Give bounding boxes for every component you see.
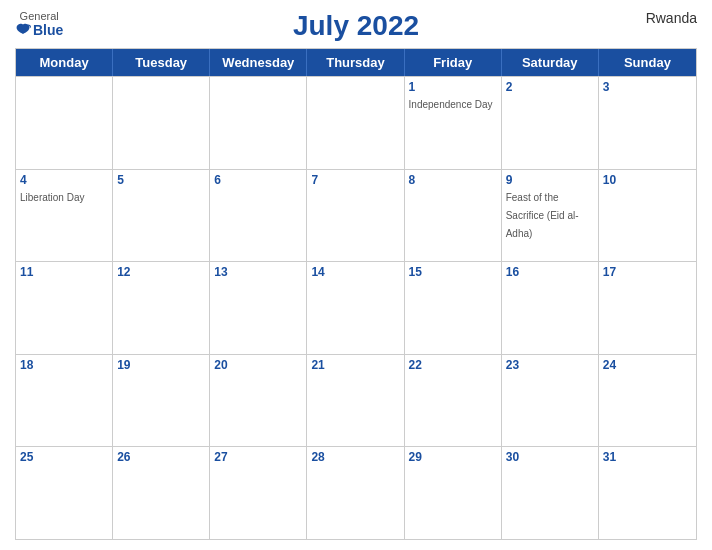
cell-event: Independence Day xyxy=(409,99,493,110)
day-number: 29 xyxy=(409,450,497,464)
day-number: 24 xyxy=(603,358,692,372)
cell-w5-wed: 27 xyxy=(210,447,307,539)
day-number: 15 xyxy=(409,265,497,279)
logo-bird-icon xyxy=(15,22,31,38)
day-number: 12 xyxy=(117,265,205,279)
cell-w2-fri: 8 xyxy=(405,170,502,262)
cell-w4-wed: 20 xyxy=(210,355,307,447)
week-3: 11 12 13 14 15 16 17 xyxy=(16,261,696,354)
header-tuesday: Tuesday xyxy=(113,49,210,76)
cell-w2-tue: 5 xyxy=(113,170,210,262)
week-4: 18 19 20 21 22 23 24 xyxy=(16,354,696,447)
header-sunday: Sunday xyxy=(599,49,696,76)
cell-w1-tue xyxy=(113,77,210,169)
header-saturday: Saturday xyxy=(502,49,599,76)
header-monday: Monday xyxy=(16,49,113,76)
logo-blue-text: Blue xyxy=(33,22,63,38)
week-5: 25 26 27 28 29 30 31 xyxy=(16,446,696,539)
cell-w3-tue: 12 xyxy=(113,262,210,354)
day-number: 22 xyxy=(409,358,497,372)
day-number: 13 xyxy=(214,265,302,279)
cell-w2-sat: 9 Feast of the Sacrifice (Eid al-Adha) xyxy=(502,170,599,262)
header-wednesday: Wednesday xyxy=(210,49,307,76)
day-number: 6 xyxy=(214,173,302,187)
day-number: 26 xyxy=(117,450,205,464)
cell-w4-sun: 24 xyxy=(599,355,696,447)
cell-w4-tue: 19 xyxy=(113,355,210,447)
calendar-header: General Blue July 2022 Rwanda xyxy=(15,10,697,42)
day-number: 11 xyxy=(20,265,108,279)
cell-w4-thu: 21 xyxy=(307,355,404,447)
cell-w4-sat: 23 xyxy=(502,355,599,447)
day-number: 4 xyxy=(20,173,108,187)
cell-w2-wed: 6 xyxy=(210,170,307,262)
day-number: 18 xyxy=(20,358,108,372)
logo-blue-container: Blue xyxy=(15,22,63,38)
cell-w2-sun: 10 xyxy=(599,170,696,262)
cell-w4-fri: 22 xyxy=(405,355,502,447)
cell-w3-thu: 14 xyxy=(307,262,404,354)
cell-w1-wed xyxy=(210,77,307,169)
day-number: 21 xyxy=(311,358,399,372)
day-number: 8 xyxy=(409,173,497,187)
cell-w1-thu xyxy=(307,77,404,169)
cell-w5-thu: 28 xyxy=(307,447,404,539)
day-number: 5 xyxy=(117,173,205,187)
day-number: 14 xyxy=(311,265,399,279)
cell-w1-sun: 3 xyxy=(599,77,696,169)
day-number: 31 xyxy=(603,450,692,464)
day-number: 16 xyxy=(506,265,594,279)
country-label: Rwanda xyxy=(646,10,697,26)
logo-general-text: General xyxy=(20,10,59,22)
cell-event: Feast of the Sacrifice (Eid al-Adha) xyxy=(506,192,579,239)
cell-w3-sat: 16 xyxy=(502,262,599,354)
cell-w5-sat: 30 xyxy=(502,447,599,539)
day-number: 19 xyxy=(117,358,205,372)
cell-w3-mon: 11 xyxy=(16,262,113,354)
day-number: 9 xyxy=(506,173,594,187)
cell-w3-sun: 17 xyxy=(599,262,696,354)
cell-w5-fri: 29 xyxy=(405,447,502,539)
day-number: 25 xyxy=(20,450,108,464)
header-thursday: Thursday xyxy=(307,49,404,76)
week-2: 4 Liberation Day 5 6 7 8 9 Feast of the xyxy=(16,169,696,262)
cell-event: Liberation Day xyxy=(20,192,84,203)
day-number: 23 xyxy=(506,358,594,372)
calendar-weeks: 1 Independence Day 2 3 4 Liberation Day … xyxy=(16,76,696,539)
day-number: 28 xyxy=(311,450,399,464)
week-1: 1 Independence Day 2 3 xyxy=(16,76,696,169)
calendar-page: General Blue July 2022 Rwanda Monday Tue… xyxy=(0,0,712,550)
day-number: 10 xyxy=(603,173,692,187)
cell-w5-mon: 25 xyxy=(16,447,113,539)
cell-w1-fri: 1 Independence Day xyxy=(405,77,502,169)
calendar-grid-container: Monday Tuesday Wednesday Thursday Friday… xyxy=(15,48,697,540)
cell-w1-mon xyxy=(16,77,113,169)
header-friday: Friday xyxy=(405,49,502,76)
day-number: 27 xyxy=(214,450,302,464)
cell-w2-thu: 7 xyxy=(307,170,404,262)
day-number: 30 xyxy=(506,450,594,464)
cell-w5-tue: 26 xyxy=(113,447,210,539)
day-number: 20 xyxy=(214,358,302,372)
cell-w2-mon: 4 Liberation Day xyxy=(16,170,113,262)
cell-w4-mon: 18 xyxy=(16,355,113,447)
cell-w3-wed: 13 xyxy=(210,262,307,354)
logo: General Blue xyxy=(15,10,63,38)
calendar-title: July 2022 xyxy=(293,10,419,42)
day-number: 2 xyxy=(506,80,594,94)
cell-w1-sat: 2 xyxy=(502,77,599,169)
cell-w5-sun: 31 xyxy=(599,447,696,539)
day-number: 1 xyxy=(409,80,497,94)
day-headers-row: Monday Tuesday Wednesday Thursday Friday… xyxy=(16,49,696,76)
day-number: 7 xyxy=(311,173,399,187)
cell-w3-fri: 15 xyxy=(405,262,502,354)
day-number: 17 xyxy=(603,265,692,279)
day-number: 3 xyxy=(603,80,692,94)
